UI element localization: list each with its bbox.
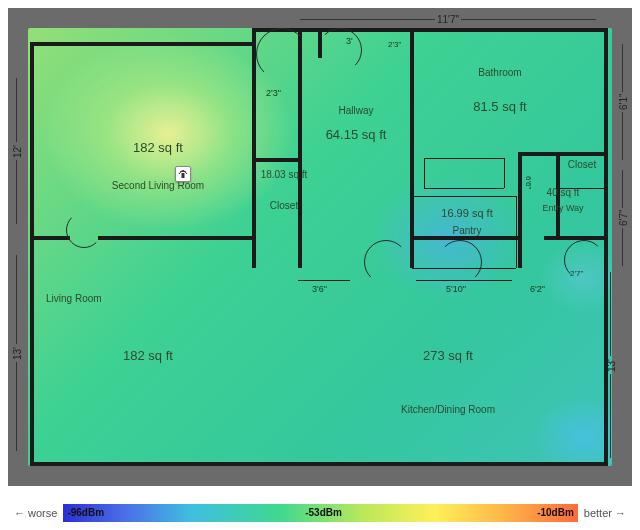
dim-right-upper: 6'1" — [616, 42, 630, 162]
dim-left-lower: 13' — [10, 253, 24, 453]
legend-worse: ← worse — [8, 507, 63, 519]
room-living-area: 182 sq ft — [88, 348, 208, 369]
room-living: Living Room — [46, 292, 126, 305]
room-hallway: Hallway 64.15 sq ft — [306, 104, 406, 148]
dim-pantry-below: 3'6" — [312, 284, 327, 294]
floorplan-overlay: 11'7" 3' 2'3" 6'1" 6'7" 12' 13' 13' 2'3" — [8, 8, 632, 486]
signal-legend: ← worse -96dBm -53dBm -10dBm better → — [8, 502, 632, 524]
legend-gradient: -96dBm -53dBm -10dBm — [63, 504, 577, 522]
svg-rect-0 — [182, 173, 185, 178]
dim-right-lower: 6'7" — [616, 168, 630, 268]
legend-mid: -53dBm — [305, 507, 342, 518]
legend-max: -10dBm — [537, 507, 574, 518]
legend-min: -96dBm — [67, 507, 104, 518]
room-entry: 40 sq ft Entry Way — [528, 186, 598, 215]
legend-better: better → — [578, 507, 632, 519]
room-bath: Bathroom 81.5 sq ft — [440, 66, 560, 120]
dim-entry1: 5'10" — [446, 284, 466, 294]
dim-hallway: 2'3" — [266, 88, 281, 98]
room-kitchen: 273 sq ft Kitchen/Dining Room — [378, 348, 518, 416]
room-closet2: Closet — [562, 158, 602, 171]
room-pantry: 16.99 sq ft Pantry — [422, 206, 512, 237]
floorplan-canvas[interactable]: 11'7" 3' 2'3" 6'1" 6'7" 12' 13' 13' 2'3" — [8, 8, 632, 486]
room-closet1: 18.03 sq ft Closet — [254, 168, 314, 212]
dim-entry2: 6'2" — [530, 284, 545, 294]
access-point-icon[interactable] — [175, 166, 191, 182]
dim-top-small2: 2'3" — [388, 40, 401, 49]
dim-top: 11'7" — [298, 12, 598, 26]
room-second-living: 182 sq ft Second Living Room — [78, 140, 238, 192]
dim-left-upper: 12' — [10, 76, 24, 226]
dim-closet-h: 6'6" — [524, 176, 533, 189]
